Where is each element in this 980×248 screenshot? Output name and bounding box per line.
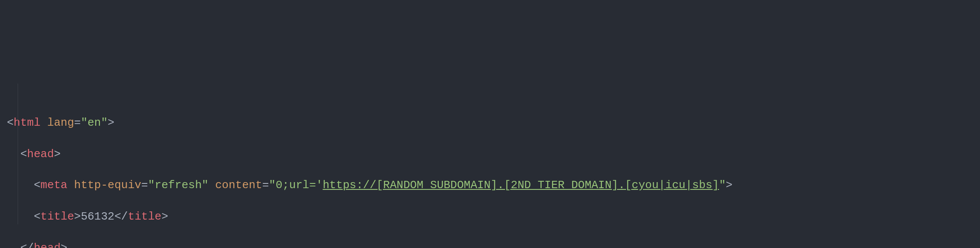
indent xyxy=(7,210,34,223)
tag-title-close: title xyxy=(128,210,161,223)
bracket-close: > xyxy=(108,116,115,129)
attr-content: content xyxy=(208,179,262,192)
attr-value: refresh xyxy=(155,179,202,192)
indent xyxy=(7,148,20,161)
equals: = xyxy=(262,179,269,192)
bracket-open: < xyxy=(20,148,27,161)
code-line-3: <meta http-equiv="refresh" content="0;ur… xyxy=(7,177,973,193)
quote: " xyxy=(269,179,276,192)
quote: " xyxy=(148,179,155,192)
equals: = xyxy=(141,179,148,192)
tag-title-open: title xyxy=(40,210,74,223)
bracket-mid: > xyxy=(74,210,81,223)
quote: " xyxy=(101,116,108,129)
quote: " xyxy=(81,116,88,129)
title-text: 56132 xyxy=(81,210,115,223)
bracket-open: < xyxy=(34,210,40,223)
code-line-2: <head> xyxy=(7,146,973,162)
tag-head-close: head xyxy=(34,242,60,248)
tag-meta: meta xyxy=(40,179,67,192)
bracket-close: > xyxy=(61,242,68,248)
quote: " xyxy=(202,179,209,192)
tag-head: head xyxy=(27,148,54,161)
bracket-close: > xyxy=(726,179,733,192)
attr-lang: lang xyxy=(40,116,74,129)
url-value: https://[RANDOM_SUBDOMAIN].[2ND_TIER_DOM… xyxy=(323,179,719,192)
bracket-close: > xyxy=(54,148,61,161)
code-line-1: <html lang="en"> xyxy=(7,115,973,130)
bracket-open: < xyxy=(34,179,40,192)
indent xyxy=(7,242,20,248)
equals: = xyxy=(74,116,81,129)
attr-value: en xyxy=(87,116,101,129)
code-line-5: </head> xyxy=(7,240,973,248)
attr-http-equiv: http-equiv xyxy=(67,179,141,192)
code-editor[interactable]: <html lang="en"> <head> <meta http-equiv… xyxy=(7,68,973,248)
indent xyxy=(7,179,34,192)
bracket-close: > xyxy=(161,210,168,223)
bracket-open: < xyxy=(7,116,14,129)
code-line-4: <title>56132</title> xyxy=(7,209,973,224)
attr-value-prefix: 0;url=' xyxy=(276,179,323,192)
bracket-mid: </ xyxy=(115,210,128,223)
quote: " xyxy=(719,179,726,192)
indent-guide xyxy=(18,84,18,224)
bracket-open: </ xyxy=(20,242,34,248)
